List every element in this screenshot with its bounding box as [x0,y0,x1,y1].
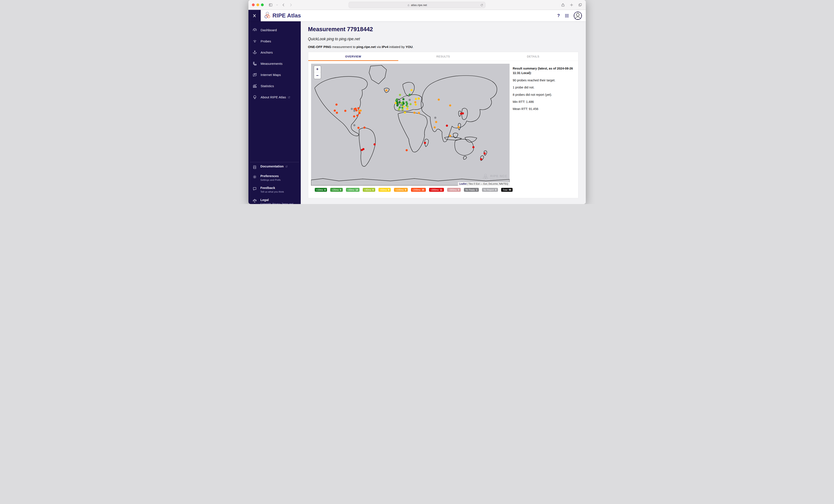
probe-dot[interactable] [462,112,464,114]
sidebar-item-probes[interactable]: Probes [248,36,301,47]
probe-dot[interactable] [344,110,346,112]
avatar[interactable] [574,12,582,20]
sidebar-item-dashboard[interactable]: Dashboard [248,24,301,36]
probe-dot[interactable] [357,107,359,109]
sidebar-item-about-ripe-atlas[interactable]: About RIPE Atlas [248,91,301,102]
probe-dot[interactable] [418,112,420,114]
help-button[interactable]: ? [557,13,560,18]
probe-dot[interactable] [410,103,412,105]
probe-dot[interactable] [356,114,358,117]
probe-dot[interactable] [435,121,437,123]
tab-details[interactable]: DETAILS [488,52,578,61]
sidebar-item-measurements[interactable]: Measurements [248,58,301,69]
probe-map[interactable]: + − [311,64,509,185]
probe-dot[interactable] [407,106,409,108]
sidebar-item-statistics[interactable]: Statistics [248,80,301,91]
zoom-window-button[interactable] [261,3,264,6]
probe-dot[interactable] [480,158,482,160]
apps-grid-icon[interactable] [565,14,569,18]
anchors-icon [252,50,257,55]
probe-dot[interactable] [438,98,440,101]
probe-dot[interactable] [362,148,365,150]
tab-overview-icon[interactable] [578,3,582,7]
sidebar-item-internet-maps[interactable]: Internet Maps [248,69,301,80]
zoom-in-button[interactable]: + [314,66,321,72]
probe-dot[interactable] [484,152,486,155]
probe-dot[interactable] [335,104,337,106]
probes-icon [252,39,257,44]
probe-dot[interactable] [434,117,436,119]
ripe-atlas-logo-icon [264,12,271,20]
probe-dot[interactable] [415,104,417,106]
probe-dot[interactable] [386,89,388,91]
probe-dot[interactable] [449,105,451,107]
probe-dot[interactable] [434,126,436,129]
close-window-button[interactable] [252,3,255,6]
probe-dot[interactable] [374,143,376,145]
probe-dot[interactable] [413,112,416,114]
summary-line: Min RTT: 1.486 [513,100,573,104]
leaflet-link[interactable]: Leaflet [459,183,466,185]
probe-dot[interactable] [402,98,404,100]
probe-dot[interactable] [364,127,366,129]
probe-dot[interactable] [415,98,417,100]
probe-dot[interactable] [409,94,411,96]
sidebar-item-anchors[interactable]: Anchors [248,47,301,58]
internet-maps-icon [252,72,257,77]
page-title: Measurement 77918442 [308,26,373,33]
probe-dot[interactable] [353,124,355,126]
probe-dot[interactable] [446,124,448,127]
probe-dot[interactable] [334,110,336,112]
address-bar[interactable]: atlas.ripe.net [349,2,485,8]
back-button[interactable] [281,3,286,7]
probe-dot[interactable] [472,146,475,148]
new-tab-icon[interactable] [569,3,574,7]
sidebar-toggle-icon[interactable] [268,3,273,7]
probe-dot[interactable] [351,108,353,110]
probe-dot[interactable] [406,108,409,110]
probe-dot[interactable] [355,109,357,112]
rtt-legend: <10ms:4<20ms:9<30ms:14<40ms:9<50ms:9<100… [315,188,513,192]
measurements-icon [252,61,257,66]
probe-dot[interactable] [414,101,416,103]
probe-dot[interactable] [396,105,398,107]
sidebar-item-feedback[interactable]: FeedbackTell us what you think [248,184,301,196]
statistics-icon [252,84,257,88]
probe-dot[interactable] [358,112,360,114]
description-segment: initiated by [388,45,405,49]
sidebar-item-preferences[interactable]: PreferencesSettings and Prefs [248,172,301,184]
tab-overview[interactable]: OVERVIEW [308,52,398,61]
probe-dot[interactable] [402,106,405,108]
probe-dot[interactable] [405,149,408,151]
tab-results[interactable]: RESULTS [398,52,488,61]
probe-dot[interactable] [458,126,460,128]
probe-dot[interactable] [398,108,400,110]
close-menu-button[interactable] [248,10,261,21]
probe-dot[interactable] [336,112,338,114]
forward-button[interactable] [289,3,293,7]
reload-icon[interactable] [480,3,483,7]
zoom-out-button[interactable]: − [314,72,321,79]
probe-dot[interactable] [401,109,404,111]
probe-dot[interactable] [399,94,401,96]
probe-dot[interactable] [449,135,451,137]
brand[interactable]: RIPE Atlas [264,12,301,20]
sidebar-item-legal[interactable]: LegalCopyright, Privacy, Terms and Cooki… [248,196,301,204]
probe-dot[interactable] [404,112,406,114]
watermark-title: RIPE NCC [490,174,507,178]
close-icon [252,14,257,18]
probe-dot[interactable] [424,142,426,144]
probe-dot[interactable] [357,127,359,129]
probe-dot[interactable] [411,89,413,91]
probe-dot[interactable] [353,115,355,117]
sidebar-item-documentation[interactable]: Documentation [248,162,301,172]
probe-dot[interactable] [409,99,411,101]
probe-dot[interactable] [359,110,362,112]
chevron-down-icon[interactable] [276,4,278,6]
legend-badge: <200ms:25 [411,188,426,192]
probe-dot[interactable] [396,102,398,105]
minimize-window-button[interactable] [257,3,259,6]
probe-dot[interactable] [400,104,402,106]
share-icon[interactable] [561,3,565,7]
probe-dot[interactable] [418,97,420,100]
